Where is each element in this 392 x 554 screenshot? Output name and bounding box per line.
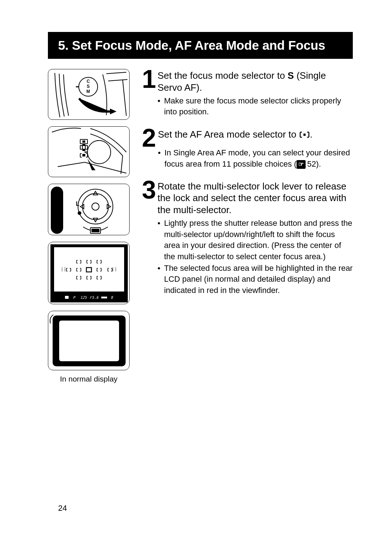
step-2-title-b: . xyxy=(310,129,313,140)
svg-rect-26 xyxy=(92,229,99,232)
af-area-mode-selector-illustration xyxy=(48,126,130,177)
svg-rect-13 xyxy=(83,144,85,146)
step-2: 2 Set the AF Area mode selector to . In … xyxy=(142,128,353,170)
page-ref-icon: ☞ xyxy=(297,160,306,169)
svg-rect-14 xyxy=(83,149,85,151)
svg-text:5.6: 5.6 xyxy=(92,296,99,300)
step-2-bullet-1: In Single Area AF mode, you can select y… xyxy=(158,147,353,170)
step-3-bullet-2: The selected focus area will be highligh… xyxy=(158,263,353,296)
svg-rect-40 xyxy=(303,134,306,136)
step-3-title: Rotate the multi-selector lock lever to … xyxy=(158,180,353,216)
step-1: 1 Set the focus mode selector to S (Sing… xyxy=(142,69,353,118)
svg-rect-15 xyxy=(83,154,85,156)
lcd-caption: In normal display xyxy=(48,375,130,383)
viewfinder-af-points-illustration: P 125 F 5.6 8 xyxy=(48,242,130,304)
svg-rect-36 xyxy=(101,297,107,298)
svg-point-17 xyxy=(78,189,113,224)
step-number: 3 xyxy=(142,180,155,297)
step-2-bullet-1b: ). xyxy=(316,159,321,168)
single-area-af-icon xyxy=(299,129,310,141)
step-2-bullet-1a: In Single Area AF mode, you can select y… xyxy=(164,148,350,168)
viewfinder-af-icon: P 125 F 5.6 8 xyxy=(48,242,130,304)
step-number: 2 xyxy=(142,128,156,170)
step-1-bullet-1: Make sure the focus mode selector clicks… xyxy=(158,95,353,118)
step-3: 3 Rotate the multi-selector lock lever t… xyxy=(142,180,353,297)
svg-text:8: 8 xyxy=(111,296,113,300)
step-2-title-a: Set the AF Area mode selector to xyxy=(158,129,299,140)
lcd-outline-icon xyxy=(48,311,130,370)
step-2-title: Set the AF Area mode selector to . xyxy=(158,129,353,141)
svg-text:L: L xyxy=(76,201,79,207)
svg-rect-12 xyxy=(85,146,87,149)
svg-marker-2 xyxy=(110,109,117,114)
step-2-ref-num: 52 xyxy=(307,159,316,168)
step-1-title-a: Set the focus mode selector to xyxy=(158,70,287,81)
content-row: C S M xyxy=(48,69,353,383)
lcd-normal-display-illustration xyxy=(48,311,130,370)
svg-rect-11 xyxy=(80,146,82,149)
step-1-title: Set the focus mode selector to S (Single… xyxy=(158,70,353,93)
steps-column: 1 Set the focus mode selector to S (Sing… xyxy=(142,69,353,383)
illustrations-column: C S M xyxy=(48,69,130,383)
svg-point-6 xyxy=(87,140,111,164)
svg-point-24 xyxy=(78,212,81,215)
svg-rect-10 xyxy=(83,141,85,142)
multi-selector-icon: L xyxy=(48,184,130,235)
page-number: 24 xyxy=(58,504,67,513)
svg-text:M: M xyxy=(86,89,90,94)
focus-mode-selector-illustration: C S M xyxy=(48,69,130,120)
svg-rect-39 xyxy=(59,321,119,361)
section-title: 5. Set Focus Mode, AF Area Mode and Focu… xyxy=(48,32,353,59)
svg-text:C: C xyxy=(87,79,90,84)
multi-selector-illustration: L xyxy=(48,184,130,235)
focus-mode-dial-icon: C S M xyxy=(48,69,130,120)
af-area-dial-icon xyxy=(48,127,130,177)
svg-rect-31 xyxy=(65,296,69,299)
svg-text:S: S xyxy=(87,84,90,89)
step-number: 1 xyxy=(142,69,155,118)
manual-page: 5. Set Focus Mode, AF Area Mode and Focu… xyxy=(0,0,392,554)
svg-rect-16 xyxy=(51,187,63,233)
svg-text:125: 125 xyxy=(80,296,87,300)
step-3-bullet-1: Lightly press the shutter release button… xyxy=(158,218,353,262)
step-1-title-bold: S xyxy=(287,70,294,81)
svg-rect-29 xyxy=(54,247,124,292)
